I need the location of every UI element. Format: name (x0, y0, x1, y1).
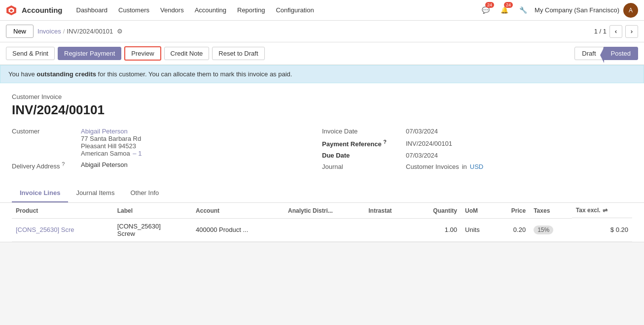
gear-icon[interactable]: ⚙ (117, 28, 123, 35)
journal-label: Journal (322, 163, 406, 170)
info-left: Customer Abigail Peterson 77 Santa Barba… (12, 128, 322, 174)
preview-button[interactable]: Preview (124, 46, 161, 61)
tabs: Invoice Lines Journal Items Other Info (0, 184, 644, 203)
cell-taxes: 15% (530, 218, 572, 241)
payment-ref-row: Payment Reference ? INV/2024/00101 (322, 139, 632, 148)
nav-accounting[interactable]: Accounting (190, 3, 231, 17)
info-right: Invoice Date 07/03/2024 Payment Referenc… (322, 128, 632, 174)
customer-row: Customer Abigail Peterson 77 Santa Barba… (12, 128, 322, 157)
journal-value-group: Customer Invoices in USD (406, 163, 483, 170)
nav-menu: Dashboard Customers Vendors Accounting R… (72, 3, 479, 17)
secondbar: New Invoices / INV/2024/00101 ⚙ 1 / 1 ‹ … (0, 21, 644, 42)
breadcrumb: Invoices / INV/2024/00101 ⚙ (37, 28, 123, 35)
payment-ref-label: Payment Reference ? (322, 139, 406, 148)
invoice-date-value: 07/03/2024 (406, 128, 438, 135)
cell-account: 400000 Product ... (192, 218, 284, 241)
reset-to-draft-button[interactable]: Reset to Draft (212, 47, 264, 60)
col-account: Account (192, 203, 284, 218)
address-link[interactable]: – 1 (133, 150, 142, 157)
table-row: [CONS_25630] Scre [CONS_25630] Screw 400… (12, 218, 632, 241)
send-print-button[interactable]: Send & Print (6, 47, 55, 60)
col-label: Label (113, 203, 192, 218)
status-draft[interactable]: Draft (574, 47, 603, 60)
invoice-table: Product Label Account Analytic Distri...… (12, 203, 632, 242)
alert-text-before: You have (8, 70, 36, 78)
new-button[interactable]: New (6, 25, 34, 38)
col-taxes: Taxes (530, 203, 572, 218)
actionbar: Send & Print Register Payment Preview Cr… (0, 42, 644, 65)
prev-page-button[interactable]: ‹ (609, 25, 622, 38)
column-adjust-icon[interactable]: ⇌ (603, 207, 608, 214)
tab-other-info[interactable]: Other Info (122, 184, 167, 202)
messages-badge: 24 (485, 2, 494, 8)
breadcrumb-current: INV/2024/00101 (67, 28, 113, 35)
scrollbar-area (0, 242, 644, 246)
due-date-value: 07/03/2024 (406, 152, 438, 159)
address-line2: Pleasant Hill 94523 (81, 142, 142, 150)
col-quantity: Quantity (412, 203, 461, 218)
payment-ref-value: INV/2024/00101 (406, 140, 452, 147)
nav-configuration[interactable]: Configuration (271, 3, 319, 17)
tab-journal-items[interactable]: Journal Items (68, 184, 122, 202)
alert-bold: outstanding credits (36, 70, 96, 78)
delivery-help-icon[interactable]: ? (62, 161, 65, 167)
col-intrastat: Intrastat (364, 203, 412, 218)
nav-reporting[interactable]: Reporting (232, 3, 270, 17)
status-posted[interactable]: Posted (604, 47, 638, 60)
delivery-address-value[interactable]: Abigail Peterson (81, 161, 128, 168)
col-price: Price (496, 203, 530, 218)
register-payment-button[interactable]: Register Payment (58, 47, 121, 60)
address-line1: 77 Santa Barbara Rd (81, 135, 142, 142)
journal-value[interactable]: Customer Invoices (406, 163, 459, 170)
settings-icon-btn[interactable]: 🔧 (516, 3, 531, 18)
messages-icon-btn[interactable]: 💬 24 (478, 3, 493, 18)
company-selector[interactable]: My Company (San Francisco) (535, 6, 619, 14)
journal-row: Journal Customer Invoices in USD (322, 163, 632, 170)
address-country: American Samoa (81, 150, 130, 157)
customer-name-link[interactable]: Abigail Peterson (81, 128, 128, 135)
breadcrumb-parent[interactable]: Invoices (37, 28, 61, 35)
cell-intrastat (364, 218, 412, 241)
app-name: Accounting (22, 6, 63, 14)
tax-badge: 15% (534, 226, 553, 234)
invoice-type-label: Customer Invoice (12, 93, 632, 100)
next-page-button[interactable]: › (625, 25, 638, 38)
app-logo[interactable] (6, 5, 17, 16)
address-line3: American Samoa – 1 (81, 150, 142, 157)
tab-invoice-lines[interactable]: Invoice Lines (12, 184, 68, 202)
journal-currency[interactable]: USD (470, 163, 483, 170)
topnav: Accounting Dashboard Customers Vendors A… (0, 0, 644, 21)
cell-product: [CONS_25630] Scre (12, 218, 113, 241)
col-analytic: Analytic Distri... (284, 203, 364, 218)
col-product: Product (12, 203, 113, 218)
due-date-row: Due Date 07/03/2024 (322, 152, 632, 159)
journal-in: in (462, 163, 467, 170)
nav-customers[interactable]: Customers (113, 3, 154, 17)
delivery-address-row: Delivery Address ? Abigail Peterson (12, 161, 322, 170)
nav-dashboard[interactable]: Dashboard (72, 3, 113, 17)
delivery-address-label: Delivery Address ? (12, 161, 81, 170)
credit-note-button[interactable]: Credit Note (164, 47, 210, 60)
invoice-date-row: Invoice Date 07/03/2024 (322, 128, 632, 135)
cell-price: 0.20 (496, 218, 530, 241)
pagination-text: 1 / 1 (594, 28, 607, 35)
avatar[interactable]: A (623, 3, 638, 18)
payment-ref-help-icon[interactable]: ? (383, 139, 387, 145)
cell-analytic (284, 218, 364, 241)
invoice-date-label: Invoice Date (322, 128, 406, 135)
wrench-icon: 🔧 (519, 6, 527, 14)
cell-quantity: 1.00 (412, 218, 461, 241)
main-content: Customer Invoice INV/2024/00101 Customer… (0, 83, 644, 242)
breadcrumb-separator: / (63, 28, 65, 35)
alert-banner: You have outstanding credits for this cu… (0, 65, 644, 83)
cell-uom: Units (461, 218, 496, 241)
status-bar: Draft Posted (574, 47, 638, 60)
activity-icon-btn[interactable]: 🔔 24 (497, 3, 512, 18)
cell-tax-excl: $ 0.20 (572, 218, 632, 241)
activity-badge: 24 (504, 2, 513, 8)
customer-value: Abigail Peterson 77 Santa Barbara Rd Ple… (81, 128, 142, 157)
topnav-right: 💬 24 🔔 24 🔧 My Company (San Francisco) A (478, 3, 638, 18)
nav-vendors[interactable]: Vendors (155, 3, 189, 17)
info-grid: Customer Abigail Peterson 77 Santa Barba… (12, 128, 632, 174)
product-link[interactable]: [CONS_25630] Scre (16, 226, 74, 233)
